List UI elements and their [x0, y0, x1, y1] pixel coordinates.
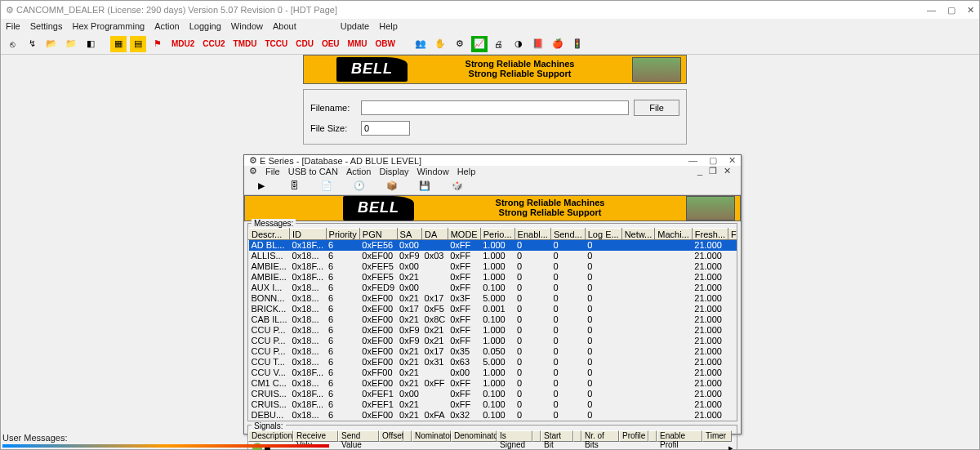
signal-col[interactable]: Timer — [702, 430, 732, 442]
signal-col[interactable]: Profile — [619, 430, 648, 442]
table-row[interactable]: CRUIS...0x18F...60xFEF10x210xFF0.1000002… — [249, 399, 737, 410]
menu-logging[interactable]: Logging — [189, 21, 221, 31]
maximize-icon[interactable]: ▢ — [947, 5, 956, 16]
table-row[interactable]: AMBIE...0x18F...60xFEF50x000xFF1.0000002… — [249, 261, 737, 272]
col-header[interactable]: MODE — [448, 229, 480, 240]
table-row[interactable]: CCU P...0x18...60xEF000xF90x210xFF1.0000… — [249, 336, 737, 346]
ctool-doc-icon[interactable]: 📄 — [318, 176, 336, 194]
traffic-icon[interactable]: 🚦 — [569, 36, 586, 52]
signal-col[interactable]: Send Value — [338, 430, 379, 442]
child-maximize-icon[interactable]: ▢ — [709, 155, 717, 166]
table-row[interactable]: CM1 C...0x18...60xEF000x210xFF0xFF1.0000… — [249, 378, 737, 389]
tag-tccu[interactable]: TCCU — [262, 39, 290, 48]
ctool-play-icon[interactable]: ▶ — [252, 176, 270, 194]
folder-icon[interactable]: 📁 — [63, 36, 79, 52]
table-row[interactable]: CRUIS...0x18F...60xFEF10x000xFF0.1000002… — [249, 389, 737, 399]
tag-mdu2[interactable]: MDU2 — [169, 39, 197, 48]
mdi-close-icon[interactable]: ✕ — [724, 166, 731, 176]
folder-open-icon[interactable]: 📂 — [43, 36, 60, 52]
child-close-icon[interactable]: ✕ — [728, 155, 736, 166]
chart-icon[interactable]: 📈 — [471, 36, 488, 52]
signal-col[interactable]: Nr. of Bits — [581, 430, 619, 442]
filesize-input[interactable] — [361, 121, 410, 136]
tool-icon-1[interactable]: ⎋ — [4, 36, 20, 52]
signal-col[interactable]: Offset — [379, 430, 403, 442]
child-minimize-icon[interactable]: — — [688, 155, 697, 166]
cmenu-display[interactable]: Display — [379, 167, 408, 176]
signal-col[interactable]: Start Bit — [541, 430, 573, 442]
table-row[interactable]: CCU P...0x18...60xEF000xF90x210xFF1.0000… — [249, 325, 737, 336]
ctool-cube-icon[interactable]: 🎲 — [448, 176, 466, 194]
col-header[interactable]: Netw... — [621, 229, 655, 240]
signal-col[interactable]: Nominator — [412, 430, 451, 442]
ctool-clock-icon[interactable]: 🕐 — [350, 176, 368, 194]
book-icon[interactable]: 📕 — [530, 36, 546, 52]
messages-table[interactable]: Descr...IDPriorityPGNSADAMODEPerio...Ena… — [248, 228, 737, 421]
tag-ccu2[interactable]: CCU2 — [200, 39, 227, 48]
col-header[interactable]: SA — [397, 229, 421, 240]
menu-file[interactable]: File — [6, 21, 20, 31]
table-row[interactable]: AUX I...0x18...60xFED90x000xFF0.10000021… — [249, 283, 737, 293]
tag-obw[interactable]: OBW — [372, 39, 397, 48]
menu-window[interactable]: Window — [231, 21, 263, 31]
mdi-restore-icon[interactable]: ❐ — [709, 166, 717, 176]
signal-col[interactable] — [532, 430, 541, 442]
table-row[interactable]: CCU V...0x18F...60xFF000x210x001.0000002… — [249, 368, 737, 378]
file-button[interactable]: File — [634, 100, 679, 116]
tool-icon-6[interactable]: ▦ — [110, 36, 127, 52]
signal-col[interactable]: Is Signed — [497, 430, 532, 442]
col-header[interactable]: DA — [422, 229, 448, 240]
table-row[interactable]: AD BL...0x18F...60xFE560x000xFF1.0000002… — [249, 240, 737, 251]
col-header[interactable]: Log E... — [585, 229, 621, 240]
table-row[interactable]: CCU P...0x18...60xEF000x210x170x350.0500… — [249, 346, 737, 357]
table-row[interactable]: BRICK...0x18...60xEF000x170xF50xFF0.0010… — [249, 304, 737, 314]
signal-col[interactable] — [648, 430, 657, 442]
col-header[interactable]: Perio... — [480, 229, 514, 240]
menu-about[interactable]: About — [273, 21, 296, 31]
tool-icon-5[interactable]: ◧ — [82, 36, 99, 52]
ctool-box-icon[interactable]: 📦 — [383, 176, 401, 194]
menu-hexprog[interactable]: Hex Programming — [72, 21, 145, 31]
signal-col[interactable] — [573, 430, 581, 442]
table-row[interactable]: CAB IL...0x18...60xEF000x210x8C0xFF0.100… — [249, 314, 737, 325]
col-header[interactable]: Fresh... — [728, 229, 737, 240]
tool-icon-c[interactable]: ⚙ — [452, 36, 468, 52]
menu-update[interactable]: Update — [341, 21, 369, 31]
table-row[interactable]: CCU T...0x18...60xEF000x210x310x635.0000… — [249, 357, 737, 368]
table-row[interactable]: DEBU...0x18...60xEF000x210xFA0x320.10000… — [249, 410, 737, 421]
tag-tmdu[interactable]: TMDU — [231, 39, 260, 48]
ctool-disk-icon[interactable]: 💾 — [416, 176, 434, 194]
tool-icon-b[interactable]: ✋ — [432, 36, 448, 52]
col-header[interactable]: Priority — [326, 229, 359, 240]
mdi-min-icon[interactable]: _ — [697, 166, 702, 176]
signal-col[interactable] — [403, 430, 412, 442]
col-header[interactable]: Descr... — [249, 229, 290, 240]
tag-mmu[interactable]: MMU — [345, 39, 370, 48]
tool-icon-7[interactable]: ▤ — [130, 36, 146, 52]
cmenu-file[interactable]: File — [265, 167, 280, 176]
sig-scroll-icon[interactable]: ▸ — [728, 443, 733, 451]
minimize-icon[interactable]: — — [927, 5, 936, 16]
menu-action[interactable]: Action — [154, 21, 180, 31]
col-header[interactable]: Send... — [550, 229, 585, 240]
signal-col[interactable]: Denominator — [451, 430, 497, 442]
menu-settings[interactable]: Settings — [30, 21, 63, 31]
tool-icon-f[interactable]: ◑ — [510, 36, 527, 52]
col-header[interactable]: PGN — [359, 229, 397, 240]
signal-col[interactable]: Enable Profil — [657, 430, 702, 442]
col-header[interactable]: Enabl... — [514, 229, 550, 240]
print-icon[interactable]: 🖨 — [491, 36, 507, 52]
col-header[interactable]: Fresh... — [692, 229, 728, 240]
ctool-db-icon[interactable]: 🗄 — [285, 176, 303, 194]
cmenu-help[interactable]: Help — [457, 167, 476, 176]
filename-input[interactable] — [361, 100, 629, 115]
tool-icon-8[interactable]: ⚑ — [149, 36, 166, 52]
tool-icon-2[interactable]: ↯ — [24, 36, 40, 52]
col-header[interactable]: ID — [290, 229, 327, 240]
close-icon[interactable]: ✕ — [967, 5, 974, 16]
cmenu-action[interactable]: Action — [346, 167, 372, 176]
menu-help[interactable]: Help — [379, 21, 398, 31]
col-header[interactable]: Machi... — [655, 229, 693, 240]
tag-cdu[interactable]: CDU — [293, 39, 316, 48]
tool-icon-a[interactable]: 👥 — [412, 36, 429, 52]
